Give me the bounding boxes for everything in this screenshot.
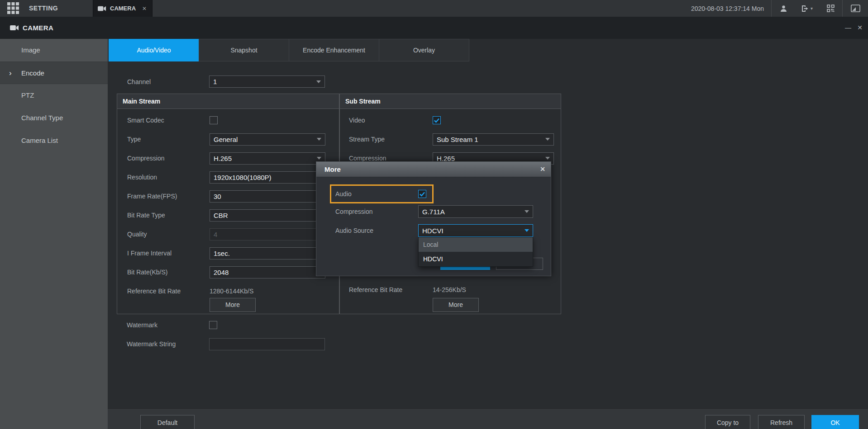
tab-overlay[interactable]: Overlay bbox=[379, 39, 469, 61]
option-hdcvi[interactable]: HDCVI bbox=[419, 252, 533, 266]
audio-label: Audio bbox=[335, 190, 418, 198]
more-dialog-title: More bbox=[324, 165, 341, 173]
sub-stream-title: Sub Stream bbox=[340, 94, 561, 109]
channel-dropdown[interactable]: 1 bbox=[209, 75, 325, 88]
main-stream-body: Smart Codec Type General Compression H.2… bbox=[117, 109, 339, 314]
sub-reference-bit-rate-label: Reference Bit Rate bbox=[349, 286, 433, 293]
smart-codec-checkbox[interactable] bbox=[210, 116, 218, 124]
type-row: Type General bbox=[117, 130, 339, 149]
channel-row: Channel 1 bbox=[108, 75, 325, 88]
sidebar-item-encode[interactable]: › Encode bbox=[0, 61, 108, 84]
sub-reference-bit-rate-row: Reference Bit Rate 14-256Kb/S bbox=[340, 282, 466, 297]
caret-down-icon: ▾ bbox=[811, 6, 813, 11]
resolution-row: Resolution 1920x1080(1080P) bbox=[117, 168, 339, 187]
quality-value: 4 bbox=[214, 231, 217, 238]
frame-rate-dropdown[interactable]: 30 bbox=[210, 190, 325, 203]
frame-rate-label: Frame Rate(FPS) bbox=[127, 193, 210, 200]
encode-content: Audio/Video Snapshot Encode Enhancement … bbox=[108, 39, 868, 429]
close-tab-icon[interactable]: ✕ bbox=[142, 5, 147, 12]
check-icon bbox=[418, 190, 426, 198]
option-local[interactable]: Local bbox=[419, 237, 533, 252]
camera-top-tab[interactable]: CAMERA ✕ bbox=[93, 0, 153, 17]
frame-rate-value: 30 bbox=[214, 193, 221, 200]
chevron-down-icon bbox=[525, 210, 529, 213]
qr-code-button[interactable] bbox=[819, 0, 842, 17]
audio-compression-row: Compression G.711A bbox=[316, 205, 533, 218]
compression-value: H.265 bbox=[214, 155, 232, 162]
tab-encode-enhancement[interactable]: Encode Enhancement bbox=[289, 39, 379, 61]
minimize-icon[interactable]: — bbox=[843, 17, 854, 39]
video-checkbox[interactable] bbox=[433, 116, 441, 124]
check-icon bbox=[433, 116, 441, 124]
tab-snapshot[interactable]: Snapshot bbox=[199, 39, 289, 61]
audio-row: Audio bbox=[316, 186, 426, 202]
sidebar-item-channel-type[interactable]: Channel Type bbox=[0, 107, 108, 129]
compression-row: Compression H.265 bbox=[117, 149, 339, 168]
close-dialog-icon[interactable]: ✕ bbox=[540, 162, 545, 177]
bit-rate-label: Bit Rate(Kb/S) bbox=[127, 269, 210, 276]
chevron-down-icon bbox=[525, 229, 529, 232]
logout-button[interactable]: ▾ bbox=[795, 0, 819, 17]
dvr-settings-screen: SETTING CAMERA ✕ 2020-08-03 12:37:14 Mon… bbox=[0, 0, 868, 429]
audio-checkbox[interactable] bbox=[418, 190, 426, 198]
chevron-down-icon bbox=[545, 157, 550, 160]
audio-source-dropdown[interactable]: HDCVI bbox=[418, 224, 533, 237]
sidebar-item-image[interactable]: Image bbox=[0, 39, 108, 61]
i-frame-interval-dropdown[interactable]: 1sec. bbox=[210, 247, 325, 259]
chevron-down-icon bbox=[317, 138, 321, 141]
display-output-button[interactable] bbox=[843, 0, 868, 17]
type-value: General bbox=[214, 136, 238, 143]
quality-row: Quality 4 bbox=[117, 225, 339, 244]
more-dialog-title-bar[interactable]: More ✕ bbox=[316, 162, 551, 177]
top-bar-right: 2020-08-03 12:37:14 Mon ▾ bbox=[691, 0, 868, 17]
more-dialog: More ✕ Audio Compression G.711A Audio So… bbox=[316, 161, 551, 276]
video-label: Video bbox=[349, 117, 433, 124]
tab-strip: Audio/Video Snapshot Encode Enhancement … bbox=[109, 39, 469, 61]
compression-dropdown[interactable]: H.265 bbox=[210, 152, 325, 165]
logout-icon bbox=[801, 5, 809, 12]
watermark-checkbox[interactable] bbox=[209, 321, 217, 329]
user-icon bbox=[780, 5, 787, 12]
top-bar: SETTING CAMERA ✕ 2020-08-03 12:37:14 Mon… bbox=[0, 0, 868, 17]
resolution-value: 1920x1080(1080P) bbox=[214, 174, 272, 181]
apps-grid-icon[interactable] bbox=[7, 2, 21, 14]
user-account-button[interactable] bbox=[772, 0, 795, 17]
main-stream-more-button[interactable]: More bbox=[210, 298, 256, 312]
grid-icon-shape bbox=[7, 2, 19, 14]
watermark-string-input[interactable] bbox=[209, 338, 325, 350]
sidebar-item-label: Image bbox=[21, 46, 40, 54]
qr-code-icon bbox=[827, 5, 835, 12]
refresh-button[interactable]: Refresh bbox=[758, 415, 805, 429]
stream-type-row: Stream Type Sub Stream 1 bbox=[340, 130, 561, 149]
chevron-down-icon bbox=[317, 157, 321, 160]
tab-audio-video[interactable]: Audio/Video bbox=[109, 39, 199, 61]
default-button[interactable]: Default bbox=[140, 415, 195, 429]
audio-source-value: HDCVI bbox=[422, 227, 444, 235]
sidebar-item-label: PTZ bbox=[21, 91, 34, 99]
i-frame-interval-value: 1sec. bbox=[214, 250, 230, 257]
sidebar-item-camera-list[interactable]: Camera List bbox=[0, 129, 108, 152]
watermark-string-row: Watermark String bbox=[108, 335, 325, 354]
type-dropdown[interactable]: General bbox=[210, 133, 325, 146]
copy-to-button[interactable]: Copy to bbox=[705, 415, 750, 429]
sub-compression-value: H.265 bbox=[437, 155, 455, 162]
window-title-bar: CAMERA — ✕ bbox=[0, 17, 868, 39]
i-frame-interval-label: I Frame Interval bbox=[127, 250, 210, 257]
bit-rate-type-value: CBR bbox=[214, 212, 228, 219]
sidebar-item-ptz[interactable]: PTZ bbox=[0, 84, 108, 107]
audio-compression-dropdown[interactable]: G.711A bbox=[418, 205, 533, 218]
watermark-string-label: Watermark String bbox=[127, 340, 209, 348]
bit-rate-value: 2048 bbox=[214, 269, 229, 276]
camera-icon bbox=[10, 24, 19, 31]
stream-type-dropdown[interactable]: Sub Stream 1 bbox=[433, 133, 554, 146]
bit-rate-dropdown[interactable]: 2048 bbox=[210, 266, 325, 278]
sub-compression-label: Compression bbox=[349, 155, 433, 162]
watermark-row: Watermark bbox=[108, 316, 217, 335]
close-window-icon[interactable]: ✕ bbox=[854, 17, 865, 39]
bit-rate-type-dropdown[interactable]: CBR bbox=[210, 209, 325, 222]
audio-compression-value: G.711A bbox=[422, 208, 445, 216]
ok-button[interactable]: OK bbox=[811, 415, 859, 429]
resolution-dropdown[interactable]: 1920x1080(1080P) bbox=[210, 171, 325, 184]
sidebar-item-label: Camera List bbox=[21, 137, 58, 144]
sub-stream-more-button[interactable]: More bbox=[433, 298, 479, 312]
